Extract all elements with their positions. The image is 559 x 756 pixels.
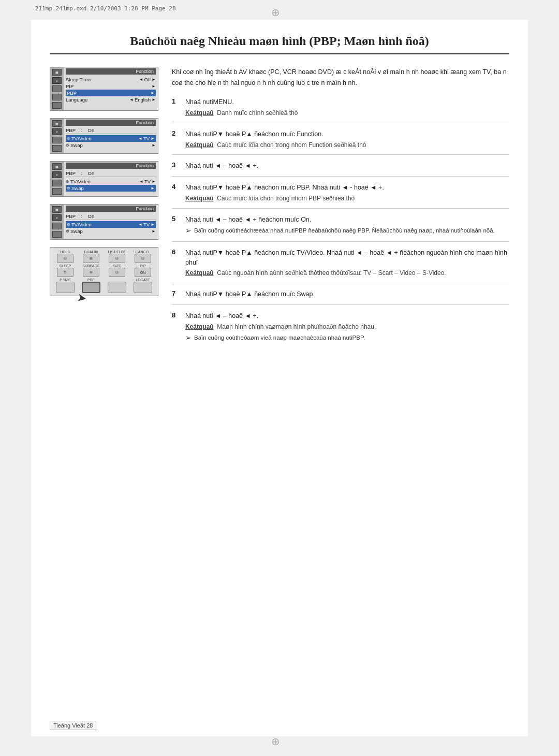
menu-icon-3-3 <box>52 180 62 186</box>
step-3-main: Nhaá nuti ◄ – hoaë ◄ +. <box>185 161 258 171</box>
step-3: 3 Nhaá nuti ◄ – hoaë ◄ +. <box>172 161 509 177</box>
menu-icon-4-3 <box>52 223 62 229</box>
instruction-list: 1 Nhaá nutiMENU. Keátquaû Danh muïc chín… <box>172 97 509 348</box>
menu-icon-4 <box>52 94 62 100</box>
menu-icon-2: ≡ <box>52 77 62 84</box>
step-2-main: Nhaá nutiP▼ hoaë P▲ ñeáchon muïc Functio… <box>185 129 366 139</box>
step-6: 6 Nhaá nutiP▼ hoaë P▲ ñeáchon muïc TV/Vi… <box>172 248 509 283</box>
content-area: ▦ ≡ Function Sleep Timer ◄ Off ► <box>50 67 509 354</box>
menu-icon-2-3 <box>52 137 62 143</box>
menu-icon-5 <box>52 102 62 109</box>
step-8: 8 Nhaá nuti ◄ – hoaë ◄ +. Keátquaû Maøn … <box>172 311 509 348</box>
hold-btn[interactable]: ⊟ <box>57 254 73 263</box>
step-7-main: Nhaá nutiP▼ hoaë P▲ ñeáchon muïc Swap. <box>185 289 315 299</box>
locate-label: LOCATE <box>136 278 150 282</box>
menu-icon-2-4 <box>52 145 62 152</box>
step-2-number: 2 <box>172 129 179 150</box>
step-1-main: Nhaá nutiMENU. <box>185 97 298 107</box>
psize-label: P.SIZE <box>60 278 70 282</box>
step-1-result: Keátquaû Danh muïc chính seðhieä thò <box>185 109 298 118</box>
step-4: 4 Nhaá nutiP▼ hoaë P▲ ñeáchon muïc PBP. … <box>172 183 509 209</box>
menu-box-1: ▦ ≡ Function Sleep Timer ◄ Off ► <box>50 67 158 111</box>
psize-btn[interactable] <box>56 282 75 293</box>
step-1: 1 Nhaá nutiMENU. Keátquaû Danh muïc chín… <box>172 97 509 123</box>
hold-label: HOLD <box>60 250 70 254</box>
step-5-content: Nhaá nuti ◄ – hoaë ◄ + ñeáchon muïc On. … <box>185 215 495 236</box>
note-arrow-5: ➢ <box>185 226 192 236</box>
step-8-main: Nhaá nuti ◄ – hoaë ◄ +. <box>185 311 376 321</box>
menu-icon-3 <box>52 85 62 92</box>
footer-text: Tieáng Vieät 28 <box>50 721 96 730</box>
step-3-content: Nhaá nuti ◄ – hoaë ◄ +. <box>185 161 258 171</box>
arrow-indicator: ➤ <box>76 291 87 306</box>
menu-icon-4-4 <box>52 231 62 238</box>
step-8-note: ➢ Baïn cuõng coùtheðaøm vieä naøp maøcha… <box>185 333 376 343</box>
size-label: SIZE <box>113 264 121 268</box>
step-8-number: 8 <box>172 311 179 343</box>
crosshair-top-mark: ⊕ <box>271 6 280 19</box>
pbp-btn[interactable] <box>82 282 100 293</box>
step-5-main: Nhaá nuti ◄ – hoaë ◄ + ñeáchon muïc On. <box>185 215 495 225</box>
menu-box-4: ▦ ≡ Function PBP : On ⊙ TV/Video ◄ TV <box>50 204 158 240</box>
list-btn[interactable]: ⊟ <box>109 254 125 263</box>
step-6-content: Nhaá nutiP▼ hoaë P▲ ñeáchon muïc TV/Vide… <box>185 248 509 278</box>
page-container: Baûchöù naêg Nhieàu maøn hình (PBP; Maøn… <box>31 20 528 736</box>
menu-icon-4-2: ≡ <box>52 214 62 221</box>
step-6-number: 6 <box>172 248 179 278</box>
cancel-label: CANCEL <box>136 250 150 254</box>
menu-icon-3-4 <box>52 188 62 195</box>
right-panel: Khi coø nh îng thieÁt b AV khaøc (PC, VC… <box>172 67 509 354</box>
step-5-number: 5 <box>172 215 179 236</box>
menu-icon-2-1: ▦ <box>52 120 62 127</box>
menu-icon-3-2: ≡ <box>52 171 62 178</box>
step-4-number: 4 <box>172 183 179 203</box>
menu-box-3: ▦ ≡ Function PBP : On ⊙ TV/Video ◄ TV <box>50 161 158 197</box>
menu-icon-2-2: ≡ <box>52 128 62 135</box>
menu-icon-1: ▦ <box>52 69 62 76</box>
step-2-result: Keátquaû Caùc muïc löïa chon trong nhom … <box>185 141 366 150</box>
locate-btn[interactable] <box>134 282 152 293</box>
subpage-label: SUBPAGE <box>82 264 99 268</box>
dual-label: DUAL/III <box>84 250 98 254</box>
empty-btn <box>108 282 126 293</box>
note-arrow-8: ➢ <box>185 333 192 343</box>
step-4-main: Nhaá nutiP▼ hoaë P▲ ñeáchon muïc PBP. Nh… <box>185 183 384 193</box>
step-4-result: Keátquaû Caùc muïc löïa chon trong nhom … <box>185 194 384 203</box>
step-1-number: 1 <box>172 97 179 118</box>
intro-paragraph: Khi coø nh îng thieÁt b AV khaøc (PC, VC… <box>172 67 509 88</box>
step-7: 7 Nhaá nutiP▼ hoaë P▲ ñeáchon muïc Swap. <box>172 289 509 305</box>
step-5: 5 Nhaá nuti ◄ – hoaë ◄ + ñeáchon muïc On… <box>172 215 509 242</box>
step-8-content: Nhaá nuti ◄ – hoaë ◄ +. Keátquaû Maøn hì… <box>185 311 376 343</box>
crosshair-bottom-mark: ⊕ <box>271 735 280 748</box>
step-1-content: Nhaá nutiMENU. Keátquaû Danh muïc chính … <box>185 97 298 118</box>
header-filename: 211mp-241mp.qxd 2/10/2003 1:28 PM Page 2… <box>35 5 176 12</box>
menu-icon-3-1: ▦ <box>52 163 62 170</box>
step-2: 2 Nhaá nutiP▼ hoaë P▲ ñeáchon muïc Funct… <box>172 129 509 155</box>
cancel-btn[interactable]: ⊟ <box>135 254 151 263</box>
step-2-content: Nhaá nutiP▼ hoaë P▲ ñeáchon muïc Functio… <box>185 129 366 150</box>
sleep-btn[interactable]: ⊙ <box>57 268 73 277</box>
step-7-number: 7 <box>172 289 179 299</box>
step-7-content: Nhaá nutiP▼ hoaë P▲ ñeáchon muïc Swap. <box>185 289 315 299</box>
pip-btn[interactable]: ON <box>135 268 151 277</box>
step-4-content: Nhaá nutiP▼ hoaë P▲ ñeáchon muïc PBP. Nh… <box>185 183 384 203</box>
page-title: Baûchöù naêg Nhieàu maøn hình (PBP; Maøn… <box>50 34 509 54</box>
step-5-note: ➢ Baïn cuõng coùtheáchæeàa nhaá nutiPBP … <box>185 226 495 236</box>
step-8-result: Keátquaû Maøn hình chính vaømaøn hình ph… <box>185 323 376 331</box>
remote-panel: HOLD ⊟ DUAL/III ⊞ LIST/FLOF ⊟ CANCEL ⊟ <box>50 247 158 296</box>
step-6-main: Nhaá nutiP▼ hoaë P▲ ñeáchon muïc TV/Vide… <box>185 248 509 268</box>
menu-icon-4-1: ▦ <box>52 206 62 213</box>
size-btn[interactable]: ⊟ <box>109 268 125 277</box>
pbp-label: PBP <box>87 278 95 282</box>
page-footer: Tieáng Vieät 28 <box>50 721 96 729</box>
empty-label <box>116 278 117 282</box>
subpage-btn[interactable]: ⊛ <box>83 268 99 277</box>
pip-label: PIP <box>140 264 145 268</box>
list-label: LIST/FLOF <box>108 250 126 254</box>
step-3-number: 3 <box>172 161 179 171</box>
left-panel: ▦ ≡ Function Sleep Timer ◄ Off ► <box>50 67 158 354</box>
menu-box-2: ▦ ≡ Function PBP : On ⊙ TV/Video ◄ TV <box>50 118 158 154</box>
step-6-result: Keátquaû Caùc nguoàn hình aûnh seðhieä t… <box>185 269 509 278</box>
dual-btn[interactable]: ⊞ <box>83 254 99 263</box>
sleep-label: SLEEP <box>60 264 71 268</box>
